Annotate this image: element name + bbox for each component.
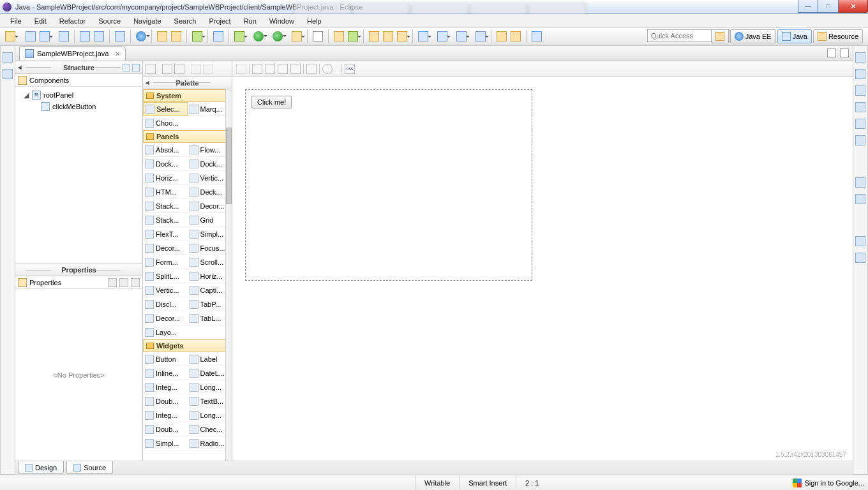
trim-icon[interactable] bbox=[3, 69, 13, 79]
palette-item[interactable]: HTM... bbox=[143, 185, 188, 199]
palette-item[interactable]: Discl... bbox=[143, 297, 188, 311]
perspective-resource[interactable]: Resource bbox=[813, 29, 863, 43]
trim-icon[interactable] bbox=[855, 135, 865, 145]
maximize-editor-icon[interactable] bbox=[840, 48, 849, 57]
palette-item[interactable]: Selec... bbox=[143, 102, 188, 116]
preview-icon[interactable] bbox=[306, 64, 317, 74]
palette-category[interactable]: System bbox=[143, 89, 232, 102]
trim-icon[interactable] bbox=[855, 69, 865, 79]
menu-source[interactable]: Source bbox=[92, 15, 127, 27]
run-icon[interactable] bbox=[253, 31, 264, 41]
collapse-all-icon[interactable] bbox=[132, 64, 140, 71]
palette-item[interactable]: Decor... bbox=[143, 241, 188, 255]
delete-icon[interactable] bbox=[290, 64, 301, 74]
editor-tab-samplewbproject[interactable]: SampleWBProject.java ✕ bbox=[19, 46, 126, 61]
locale-icon[interactable] bbox=[322, 64, 333, 74]
palette-item[interactable]: Layo... bbox=[143, 325, 188, 339]
palette-tool-icon[interactable] bbox=[174, 64, 184, 74]
save-icon[interactable] bbox=[26, 31, 36, 41]
prop-btn-icon[interactable] bbox=[131, 278, 140, 287]
palette-item[interactable]: Horiz... bbox=[143, 171, 188, 185]
wizard-icon[interactable] bbox=[397, 31, 407, 41]
paste-icon[interactable] bbox=[278, 64, 288, 74]
prop-btn-icon[interactable] bbox=[108, 278, 117, 287]
prop-btn-icon[interactable] bbox=[119, 278, 128, 287]
menu-refactor[interactable]: Refactor bbox=[53, 15, 93, 27]
perspective-javaee[interactable]: Java EE bbox=[730, 29, 776, 43]
task-icon[interactable] bbox=[213, 31, 223, 41]
back-icon[interactable] bbox=[497, 31, 507, 41]
trim-icon[interactable] bbox=[855, 253, 865, 263]
menu-search[interactable]: Search bbox=[168, 15, 203, 27]
trim-icon[interactable] bbox=[855, 119, 865, 129]
perspective-java[interactable]: Java bbox=[777, 29, 812, 43]
window-maximize-button[interactable]: □ bbox=[818, 0, 839, 13]
view-icon[interactable] bbox=[437, 31, 447, 41]
open-resource-icon[interactable] bbox=[369, 31, 379, 41]
window-minimize-button[interactable]: — bbox=[798, 0, 818, 13]
palette-item[interactable]: SplitL... bbox=[143, 269, 188, 283]
new-icon[interactable] bbox=[5, 31, 15, 41]
palette-item[interactable]: Integ... bbox=[143, 380, 188, 394]
palette-item[interactable]: Choo... bbox=[143, 116, 188, 130]
design-canvas[interactable]: Click me! 1.5.2.r42x201303061457 bbox=[232, 77, 853, 461]
palette-item[interactable]: FlexT... bbox=[143, 227, 188, 241]
source-tab[interactable]: Source bbox=[66, 461, 113, 474]
collapse-icon[interactable]: ◂ bbox=[18, 63, 22, 71]
palette-item[interactable]: Dock... bbox=[143, 157, 188, 171]
palette-category[interactable]: Panels bbox=[143, 130, 232, 143]
css-icon[interactable]: css bbox=[345, 64, 355, 74]
search-toolbar-icon[interactable] bbox=[313, 31, 323, 41]
palette-scrollbar[interactable] bbox=[225, 89, 232, 461]
palette-category[interactable]: Widgets bbox=[143, 339, 232, 352]
save-all-icon[interactable] bbox=[40, 31, 50, 41]
palette-item[interactable]: Absol... bbox=[143, 143, 188, 157]
palette-tool-icon[interactable] bbox=[203, 64, 213, 74]
signin-google-button[interactable]: Sign in to Google... bbox=[793, 479, 868, 487]
palette-tool-icon[interactable] bbox=[191, 64, 201, 74]
cut-icon[interactable] bbox=[252, 64, 262, 74]
palette-item[interactable]: Doub... bbox=[143, 422, 188, 436]
forward-icon[interactable] bbox=[511, 31, 521, 41]
menu-edit[interactable]: Edit bbox=[28, 15, 53, 27]
copy-icon[interactable] bbox=[265, 64, 275, 74]
palette-item[interactable]: Vertic... bbox=[143, 283, 188, 297]
perspective-icon[interactable] bbox=[418, 31, 428, 41]
canvas-tool-icon[interactable] bbox=[236, 64, 246, 74]
design-tab[interactable]: Design bbox=[18, 461, 64, 474]
trim-icon[interactable] bbox=[855, 52, 865, 63]
palette-item[interactable]: Decor... bbox=[143, 311, 188, 325]
menu-file[interactable]: File bbox=[4, 15, 28, 27]
open-type-icon[interactable] bbox=[115, 31, 125, 41]
trim-icon[interactable] bbox=[855, 102, 865, 112]
tree-row-clickmebutton[interactable]: clickMeButton bbox=[17, 101, 141, 112]
check-icon[interactable] bbox=[192, 31, 202, 41]
collapse-icon[interactable]: ◂ bbox=[146, 78, 149, 87]
minimize-editor-icon[interactable] bbox=[827, 48, 836, 57]
print-icon[interactable] bbox=[59, 31, 69, 41]
palette-item[interactable]: Button bbox=[143, 352, 188, 366]
palette-item[interactable]: Stack... bbox=[143, 213, 188, 227]
palette-tool-icon[interactable] bbox=[146, 64, 156, 74]
trim-icon[interactable] bbox=[855, 236, 865, 246]
expand-all-icon[interactable] bbox=[123, 64, 130, 71]
palette-item[interactable]: Stack... bbox=[143, 199, 188, 213]
generate-icon[interactable] bbox=[94, 31, 104, 41]
menu-run[interactable]: Run bbox=[237, 15, 263, 27]
palette-item[interactable]: Inline... bbox=[143, 366, 188, 380]
import-icon[interactable] bbox=[157, 31, 167, 41]
palette-item[interactable]: Simpl... bbox=[143, 436, 188, 450]
browser-icon[interactable] bbox=[136, 31, 146, 41]
menu-navigate[interactable]: Navigate bbox=[127, 15, 167, 27]
debug-icon[interactable] bbox=[234, 31, 244, 41]
trim-icon[interactable] bbox=[855, 194, 865, 204]
window-close-button[interactable]: ✕ bbox=[839, 0, 868, 13]
open-file-icon[interactable] bbox=[383, 31, 393, 41]
menu-window[interactable]: Window bbox=[263, 15, 301, 27]
build-icon[interactable] bbox=[80, 31, 90, 41]
pin-icon[interactable] bbox=[532, 31, 542, 41]
new-project-icon[interactable] bbox=[334, 31, 344, 41]
close-tab-icon[interactable]: ✕ bbox=[115, 50, 120, 57]
menu-project[interactable]: Project bbox=[202, 15, 237, 27]
palette-item[interactable]: Integ... bbox=[143, 408, 188, 422]
